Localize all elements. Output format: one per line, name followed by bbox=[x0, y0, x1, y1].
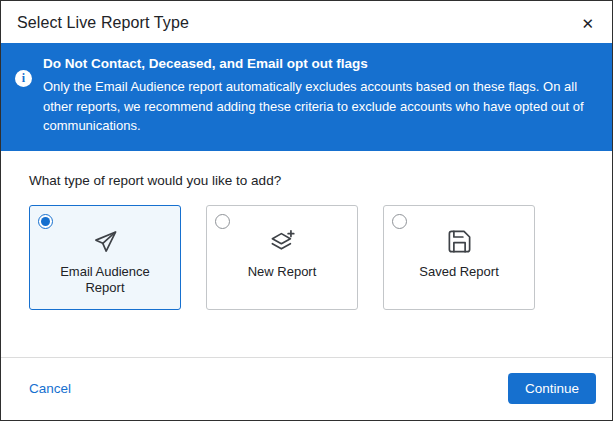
report-type-question: What type of report would you like to ad… bbox=[29, 173, 584, 188]
dialog-body: What type of report would you like to ad… bbox=[1, 151, 612, 358]
option-card-new-report[interactable]: New Report bbox=[206, 205, 358, 310]
option-card-email-audience-report[interactable]: Email Audience Report bbox=[29, 205, 181, 310]
info-circle-icon: i bbox=[15, 70, 32, 87]
radio-email-audience-report[interactable] bbox=[38, 214, 53, 229]
paper-plane-icon bbox=[92, 228, 119, 255]
option-card-saved-report[interactable]: Saved Report bbox=[383, 205, 535, 310]
cancel-button[interactable]: Cancel bbox=[29, 381, 71, 396]
info-banner-text: Do Not Contact, Deceased, and Email opt … bbox=[43, 56, 590, 136]
info-banner-heading: Do Not Contact, Deceased, and Email opt … bbox=[43, 56, 590, 71]
radio-saved-report[interactable] bbox=[392, 214, 407, 229]
info-banner-body: Only the Email Audience report automatic… bbox=[43, 77, 590, 136]
dialog-header: Select Live Report Type ✕ bbox=[1, 1, 612, 43]
dialog-title: Select Live Report Type bbox=[17, 14, 189, 32]
select-live-report-type-dialog: Select Live Report Type ✕ i Do Not Conta… bbox=[0, 0, 613, 421]
radio-new-report[interactable] bbox=[215, 214, 230, 229]
option-label: New Report bbox=[248, 264, 317, 281]
option-label: Saved Report bbox=[419, 264, 499, 281]
info-banner: i Do Not Contact, Deceased, and Email op… bbox=[1, 43, 612, 151]
close-icon[interactable]: ✕ bbox=[577, 14, 598, 33]
option-label: Email Audience Report bbox=[45, 264, 165, 298]
dialog-footer: Cancel Continue bbox=[1, 357, 612, 420]
report-type-options: Email Audience Report New Report bbox=[29, 205, 584, 310]
continue-button[interactable]: Continue bbox=[508, 373, 596, 404]
save-icon bbox=[446, 228, 473, 255]
layers-plus-icon bbox=[269, 228, 296, 255]
